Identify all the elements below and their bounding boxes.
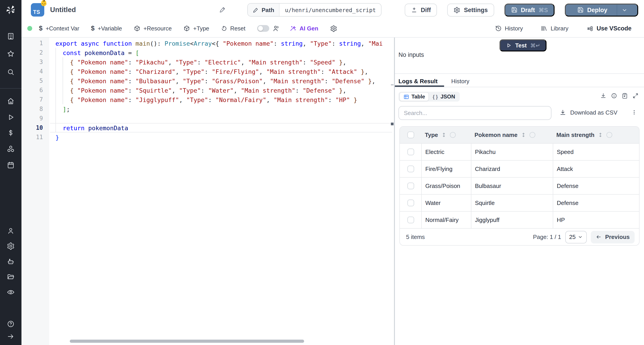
test-run-button[interactable]: Test ⌘↵ — [500, 39, 546, 52]
sidebar-item-help[interactable] — [7, 320, 15, 328]
add-resource-button[interactable]: +Resource — [134, 25, 172, 32]
library-button[interactable]: Library — [541, 25, 568, 32]
add-context-var-button[interactable]: $ +Context Var — [39, 25, 80, 32]
tab-logs-and-result[interactable]: Logs & Result — [398, 78, 438, 85]
line-content: const pokemonData = [ — [56, 49, 139, 56]
sidebar-item-gear[interactable] — [7, 242, 15, 250]
row-checkbox[interactable] — [407, 149, 414, 155]
sidebar-item-eye[interactable] — [7, 288, 15, 296]
windmill-logo[interactable] — [5, 4, 16, 16]
info-icon[interactable] — [611, 93, 617, 99]
deploy-dropdown-chevron[interactable] — [617, 4, 632, 16]
sidebar-item-folder-open[interactable] — [7, 273, 15, 281]
collab-mode-toggle[interactable] — [257, 25, 269, 32]
table-row[interactable]: ElectricPikachuSpeed — [400, 143, 639, 160]
column-toggle-circle[interactable] — [606, 132, 612, 138]
baby-emoji-badge: 👶 — [40, 0, 48, 6]
code-editor[interactable]: 1export async function main(): Promise<A… — [22, 38, 394, 345]
sidebar-item-robot[interactable] — [7, 258, 15, 266]
row-checkbox[interactable] — [407, 200, 414, 206]
script-path-field[interactable]: Path u/henri/unencumbered_script — [247, 3, 382, 17]
sidebar-item-star[interactable] — [7, 50, 15, 58]
row-checkbox[interactable] — [407, 166, 414, 172]
split-pane-divider[interactable] — [394, 38, 395, 345]
play-icon — [7, 113, 15, 121]
deploy-button[interactable]: Deploy — [565, 3, 638, 16]
code-line-9[interactable]: 9 — [22, 114, 394, 123]
column-header-type[interactable]: Type — [421, 132, 471, 138]
sort-icon[interactable] — [441, 132, 447, 138]
sidebar-item-dollar[interactable] — [7, 129, 15, 137]
sidebar-item-calendar[interactable] — [7, 161, 15, 169]
view-mode-table[interactable]: Table — [399, 92, 429, 101]
multiplayer-users-icon-button[interactable] — [272, 25, 280, 32]
code-line-7[interactable]: 7 { "Pokemon name": "Jigglypuff", "Type"… — [22, 95, 394, 104]
result-table: TypePokemon nameMain strength ElectricPi… — [399, 126, 640, 246]
code-line-3[interactable]: 3 { "Pokemon name": "Pikachu", "Type": "… — [22, 57, 394, 67]
table-icon — [404, 94, 409, 100]
column-header-pokemon-name[interactable]: Pokemon name — [471, 132, 553, 138]
code-line-6[interactable]: 6 { "Pokemon name": "Squirtle", "Type": … — [22, 86, 394, 95]
table-row[interactable]: Fire/FlyingCharizardAttack — [400, 160, 639, 177]
diff-button[interactable]: Diff — [405, 3, 437, 16]
download-csv-label: Download as CSV — [570, 109, 618, 116]
history-button[interactable]: History — [495, 25, 523, 32]
save-draft-button[interactable]: Draft ⌘S — [504, 3, 554, 16]
table-row[interactable]: WaterSquirtleDefense — [400, 194, 639, 211]
code-line-5[interactable]: 5 { "Pokemon name": "Bulbasaur", "Type":… — [22, 76, 394, 86]
table-row[interactable]: Normal/FairyJigglypuffHP — [400, 211, 639, 228]
download-csv-button[interactable]: Download as CSV — [560, 109, 618, 116]
row-checkbox[interactable] — [407, 183, 414, 189]
sort-icon[interactable] — [520, 132, 526, 138]
sort-icon[interactable] — [598, 132, 603, 138]
cell: Speed — [553, 144, 639, 160]
select-all-checkbox[interactable] — [407, 132, 414, 138]
sidebar-divider — [0, 88, 22, 89]
items-count: 5 items — [406, 234, 425, 240]
deploy-label: Deploy — [587, 7, 607, 13]
sidebar-item-play[interactable] — [7, 113, 15, 121]
editor-horizontal-scrollbar[interactable] — [70, 340, 304, 343]
view-mode-json[interactable]: { } JSON — [429, 93, 459, 101]
add-type-button[interactable]: +Type — [183, 25, 209, 32]
column-toggle-circle[interactable] — [450, 132, 456, 138]
code-line-11[interactable]: 11} — [22, 132, 394, 142]
sidebar-item-home[interactable] — [7, 97, 15, 105]
add-variable-button[interactable]: $ +Variable — [91, 25, 122, 32]
edit-summary-pencil-icon[interactable] — [219, 6, 226, 13]
expand-icon[interactable] — [632, 93, 639, 99]
sidebar-item-user[interactable] — [7, 227, 15, 235]
table-row[interactable]: Grass/PoisonBulbasaurDefense — [400, 177, 639, 194]
sidebar-item-search[interactable] — [7, 68, 15, 76]
use-vscode-button[interactable]: Use VScode — [586, 25, 632, 32]
sidebar-item-building[interactable] — [7, 32, 15, 40]
line-number: 6 — [22, 87, 43, 94]
code-line-2[interactable]: 2 const pokemonData = [ — [22, 48, 394, 57]
plus-minus-icon — [411, 7, 417, 13]
page-size-select[interactable]: 25 — [565, 231, 587, 243]
table-options-kebab-menu[interactable] — [631, 109, 637, 115]
reset-button[interactable]: Reset — [221, 25, 246, 32]
line-number: 2 — [22, 49, 43, 56]
row-checkbox[interactable] — [407, 217, 414, 223]
download-icon[interactable] — [600, 93, 606, 99]
editor-settings-gear-button[interactable] — [330, 25, 337, 32]
code-line-1[interactable]: 1export async function main(): Promise<A… — [22, 39, 394, 48]
add-type-label: +Type — [193, 25, 209, 32]
result-search-input[interactable] — [398, 106, 552, 120]
sidebar-item-arrow-right[interactable] — [7, 332, 15, 340]
code-line-8[interactable]: 8 ]; — [22, 104, 394, 114]
settings-button[interactable]: Settings — [448, 3, 494, 16]
copy-to-clipboard-icon[interactable] — [622, 93, 628, 99]
line-number: 10 — [22, 124, 43, 131]
cell: Grass/Poison — [421, 178, 471, 194]
ai-gen-button[interactable]: AI Gen — [290, 25, 318, 32]
previous-page-button[interactable]: Previous — [591, 231, 634, 243]
tab-history[interactable]: History — [451, 78, 469, 85]
cell: Jigglypuff — [471, 212, 553, 228]
sidebar-item-cubes[interactable] — [7, 145, 15, 153]
column-header-main-strength[interactable]: Main strength — [553, 132, 639, 138]
line-number: 5 — [22, 77, 43, 84]
column-toggle-circle[interactable] — [530, 132, 535, 138]
code-line-4[interactable]: 4 { "Pokemon name": "Charizard", "Type":… — [22, 67, 394, 76]
